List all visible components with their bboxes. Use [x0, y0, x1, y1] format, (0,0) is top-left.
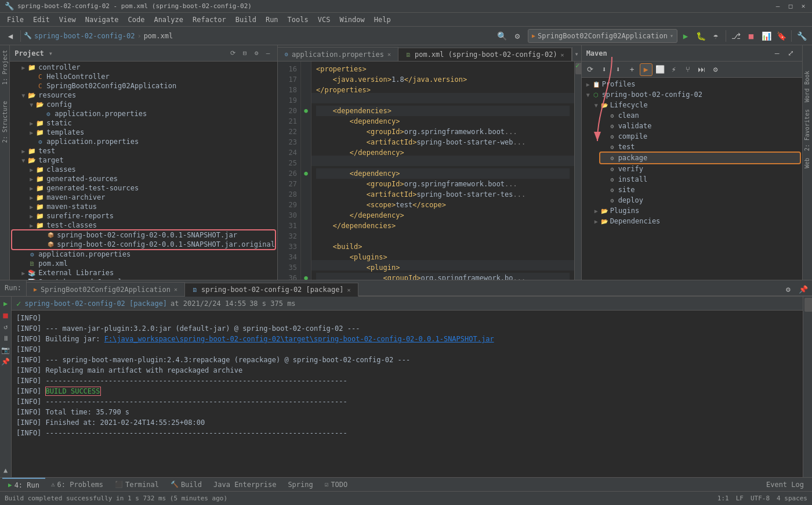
tree-item-classes[interactable]: ▶ 📁 classes [10, 165, 277, 174]
maven-stop-button[interactable]: ⬜ [654, 63, 666, 76]
maven-deploy[interactable]: ⚙ deploy [582, 195, 802, 205]
menu-edit[interactable]: Edit [28, 15, 55, 25]
run-up-button[interactable]: ▲ [1, 466, 10, 475]
console-scrollbar[interactable] [803, 297, 812, 477]
minimize-button[interactable]: — [774, 2, 782, 10]
close-springboot-tab[interactable]: ✕ [174, 286, 177, 293]
bottom-tab-terminal[interactable]: ⬛ Terminal [109, 478, 165, 492]
bottom-tab-todo[interactable]: ☑ TODO [319, 478, 354, 492]
tree-item-app-props[interactable]: ⚙ application.properties [10, 137, 277, 146]
pin-button[interactable]: 📌 [797, 283, 810, 295]
code-content[interactable]: <properties> <java.version>1.8</java.ver… [311, 62, 574, 280]
tree-item-static[interactable]: ▶ 📁 static [10, 118, 277, 128]
profile-button[interactable]: 📊 [759, 29, 773, 43]
tree-item-test[interactable]: ▶ 📁 test [10, 146, 277, 156]
maven-thread-button[interactable]: ⑂ [682, 63, 694, 76]
maven-install[interactable]: ⚙ install [582, 174, 802, 185]
menu-window[interactable]: Window [335, 15, 369, 25]
tree-item-config[interactable]: ▼ 📂 config [10, 100, 277, 109]
maven-add-button[interactable]: + [626, 63, 639, 76]
tree-item-jar[interactable]: 📦 spring-boot-02-config-02-0.0.1-SNAPSHO… [12, 230, 275, 240]
bookmark-button[interactable]: 🔖 [774, 29, 788, 43]
event-log-tab[interactable]: Event Log [760, 478, 810, 492]
tab-close-pom[interactable]: ✕ [561, 52, 564, 58]
tree-item-resources[interactable]: ▼ 📂 resources [10, 91, 277, 100]
tree-item-scratches[interactable]: ▶ 📝 Scratches and Consoles [10, 277, 277, 280]
maven-close-button[interactable]: — [771, 47, 784, 60]
tree-item-ext-libs[interactable]: ▶ 📚 External Libraries [10, 268, 277, 277]
settings-button[interactable]: ⚙ [510, 29, 524, 43]
word-book-label[interactable]: Word Book [803, 68, 811, 104]
settings-icon[interactable]: ⚙ [252, 49, 261, 58]
bottom-tab-build[interactable]: 🔨 Build [165, 478, 208, 492]
editor-scrollbar[interactable]: ✓ [574, 62, 581, 280]
close-button[interactable]: ✕ [799, 2, 807, 10]
tree-item-gen-sources[interactable]: ▶ 📁 generated-sources [10, 174, 277, 183]
wrench-button[interactable]: 🔧 [795, 29, 809, 43]
run-pin2-button[interactable]: 📌 [1, 357, 10, 366]
favorites-label[interactable]: 2: Favorites [803, 107, 811, 153]
tree-item-test-classes[interactable]: ▶ 📁 test-classes [10, 221, 277, 230]
maven-plugins[interactable]: ▶ 📂 Plugins [582, 205, 802, 216]
git-button[interactable]: ⎇ [729, 29, 743, 43]
tab-pom-xml[interactable]: 🗎 pom.xml (spring-boot-02-config-02) ✕ [398, 48, 572, 62]
menu-help[interactable]: Help [369, 15, 396, 25]
maven-run-button[interactable]: ▶ [640, 63, 652, 76]
tab-springboot-app[interactable]: ▶ SpringBoot02Config02Application ✕ [27, 282, 185, 296]
maven-dependencies[interactable]: ▶ 📂 Dependencies [582, 216, 802, 226]
menu-code[interactable]: Code [124, 15, 150, 25]
maven-download-button[interactable]: ⬇ [598, 63, 611, 76]
bottom-tab-spring[interactable]: Spring [282, 478, 318, 492]
tree-item-target[interactable]: ▼ 📂 target [10, 156, 277, 165]
tree-item-templates[interactable]: ▶ 📁 templates [10, 128, 277, 137]
maven-profiles[interactable]: ▶ 📋 Profiles [582, 79, 802, 89]
maven-package[interactable]: ⚙ package [600, 153, 800, 163]
bottom-tab-problems[interactable]: ⚠ 6: Problems [45, 478, 109, 492]
maven-lifecycle[interactable]: ▼ 📂 Lifecycle [582, 100, 802, 110]
code-area[interactable]: 1617181920 2122232425 2627282930 3132333… [278, 62, 581, 280]
tree-item-root-props[interactable]: ⚙ application.properties [10, 250, 277, 259]
maven-expand-button[interactable]: ⤢ [785, 47, 798, 60]
maven-download-docs-button[interactable]: ⬇ [612, 63, 625, 76]
menu-build[interactable]: Build [231, 15, 261, 25]
tab-package-run[interactable]: 🗎 spring-boot-02-config-02 [package] ✕ [185, 283, 358, 297]
maven-test[interactable]: ⚙ test [582, 142, 802, 152]
menu-run[interactable]: Run [261, 15, 283, 25]
menu-view[interactable]: View [55, 15, 81, 25]
tree-item-main-app[interactable]: C SpringBoot02Config02Application [10, 81, 277, 91]
run-suspend-button[interactable]: ⏸ [1, 334, 10, 343]
tree-item-jar-original[interactable]: 📦 spring-boot-02-config-02-0.0.1-SNAPSHO… [12, 240, 275, 249]
tab-close-app-props[interactable]: ✕ [387, 51, 391, 57]
menu-vcs[interactable]: VCS [313, 15, 335, 25]
project-sidebar-label[interactable]: 1: Project [2, 48, 8, 87]
back-button[interactable]: ◀ [3, 29, 17, 43]
tree-item-maven-status[interactable]: ▶ 📁 maven-status [10, 202, 277, 211]
maven-project[interactable]: ▼ ⬡ spring-boot-02-config-02 [582, 89, 802, 100]
run-stop-button[interactable]: ■ [1, 311, 10, 320]
tree-item-surefire[interactable]: ▶ 📁 surefire-reports [10, 211, 277, 221]
maven-clean[interactable]: ⚙ clean [582, 110, 802, 121]
maven-validate[interactable]: ⚙ validate [582, 121, 802, 131]
menu-navigate[interactable]: Navigate [81, 15, 124, 25]
maven-verify[interactable]: ⚙ verify [582, 164, 802, 174]
tree-item-config-props[interactable]: ⚙ application.properties [10, 109, 277, 118]
maven-compile[interactable]: ⚙ compile [582, 131, 802, 142]
run-camera-button[interactable]: 📷 [1, 345, 10, 355]
search-button[interactable]: 🔍 [495, 29, 509, 43]
coverage-button[interactable]: ☂ [709, 29, 723, 43]
web-label[interactable]: Web [803, 156, 811, 171]
settings-run-button[interactable]: ⚙ [782, 283, 795, 295]
tree-item-pom[interactable]: 🗎 pom.xml [10, 259, 277, 268]
tab-app-properties[interactable]: ⚙ application.properties ✕ [278, 47, 398, 61]
tree-item-gen-test-sources[interactable]: ▶ 📁 generated-test-sources [10, 183, 277, 193]
maven-settings-button[interactable]: ⚙ [709, 63, 722, 76]
maven-skip-button[interactable]: ⏭ [695, 63, 708, 76]
tree-item-hello-controller[interactable]: C HelloController [10, 72, 277, 81]
menu-analyze[interactable]: Analyze [149, 15, 188, 25]
tree-item-maven-archiver[interactable]: ▶ 📁 maven-archiver [10, 193, 277, 202]
bottom-tab-java-enterprise[interactable]: Java Enterprise [208, 478, 282, 492]
maven-lifecycle-button[interactable]: ⚡ [668, 63, 680, 76]
run-config-selector[interactable]: ▶ SpringBoot02Config02Application ▾ [528, 29, 677, 43]
build-button[interactable]: ■ [744, 29, 758, 43]
tree-item-controller[interactable]: ▶ 📁 controller [10, 63, 277, 72]
